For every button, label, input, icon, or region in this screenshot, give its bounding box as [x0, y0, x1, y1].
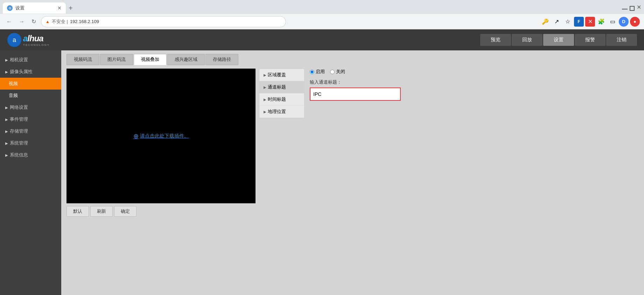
settings-content: 启用 关闭 输入通道标题： — [310, 69, 401, 118]
location-arrow: ▶ — [264, 110, 266, 114]
network-arrow: ▶ — [5, 106, 8, 110]
bookmark-icon[interactable]: ☆ — [563, 17, 573, 27]
extension-blue-icon[interactable]: F — [574, 17, 584, 27]
tab-bar: ⚙ 设置 ✕ + ✕ — [0, 0, 644, 14]
browser-toolbar: ← → ↻ ▲ 不安全 | 192.168.2.109 🔑 ↗ ☆ F ✕ 🧩 … — [0, 14, 644, 29]
plugin-download-link[interactable]: ⊕ 请点击此处下载插件。 — [133, 132, 189, 140]
menu-and-content: ▶ 区域覆盖 ▶ 通道标题 ▶ 时间标题 — [259, 69, 401, 118]
sidebar: ▶ 相机设置 ▶ 摄像头属性 视频 音频 ▶ 网络设置 ▶ 事件管理 ▶ — [0, 50, 61, 295]
settings-menu: ▶ 区域覆盖 ▶ 通道标题 ▶ 时间标题 — [259, 69, 304, 118]
menu-item-coverage[interactable]: ▶ 区域覆盖 — [259, 69, 304, 81]
app-logo: a alhua TECHNOLOGY — [7, 33, 50, 47]
logo-name: alhua — [23, 34, 50, 43]
sub-tab-imgstream[interactable]: 图片码流 — [100, 54, 133, 65]
panel-content: ⊕ 请点击此处下载插件。 默认 刷新 确定 — [66, 69, 639, 217]
sub-tab-storagepath[interactable]: 存储路径 — [205, 54, 238, 65]
channel-title-input[interactable] — [310, 87, 401, 101]
url-text[interactable]: 192.168.2.109 — [70, 19, 281, 24]
extension-red-icon[interactable]: ✕ — [585, 17, 595, 27]
logo-icon: a — [7, 33, 22, 47]
sidebar-section-sysinfo[interactable]: ▶ 系统信息 — [0, 149, 61, 161]
enable-radio[interactable] — [310, 70, 314, 74]
close-window-button[interactable]: ✕ — [637, 4, 641, 11]
storage-arrow: ▶ — [5, 129, 8, 133]
enable-radio-item[interactable]: 启用 — [310, 69, 325, 75]
active-tab[interactable]: ⚙ 设置 ✕ — [3, 2, 66, 14]
enable-row: 启用 关闭 — [310, 69, 401, 75]
disable-label: 关闭 — [336, 69, 345, 75]
sub-tab-videostream[interactable]: 视频码流 — [66, 54, 99, 65]
refresh-button[interactable]: 刷新 — [90, 206, 113, 217]
right-settings-panel: ▶ 区域覆盖 ▶ 通道标题 ▶ 时间标题 — [259, 69, 401, 217]
tab-favicon: ⚙ — [7, 5, 13, 11]
sidebar-item-audio[interactable]: 音频 — [0, 90, 61, 101]
enable-disable-group: 启用 关闭 — [310, 69, 345, 75]
event-arrow: ▶ — [5, 118, 8, 121]
minimize-button[interactable] — [622, 9, 628, 9]
sidebar-item-video[interactable]: 视频 — [0, 78, 61, 90]
video-player[interactable]: ⊕ 请点击此处下载插件。 — [66, 69, 255, 203]
refresh-button[interactable]: ↻ — [29, 17, 38, 26]
disable-radio[interactable] — [330, 70, 335, 74]
puzzle-icon[interactable]: 🧩 — [596, 17, 606, 27]
cast-icon[interactable]: ▭ — [608, 17, 617, 27]
sidebar-section-attrs-arrow: ▶ — [5, 70, 8, 74]
confirm-button[interactable]: 确定 — [114, 206, 136, 217]
forward-button[interactable]: → — [17, 17, 27, 26]
sidebar-section-event[interactable]: ▶ 事件管理 — [0, 113, 61, 125]
time-arrow: ▶ — [264, 98, 266, 101]
nav-logout[interactable]: 注销 — [606, 34, 637, 46]
browser-chrome: ⚙ 设置 ✕ + ✕ ← → ↻ ▲ 不安全 | 192.168.2.109 🔑… — [0, 0, 644, 29]
sidebar-section-camera-attrs[interactable]: ▶ 摄像头属性 — [0, 66, 61, 78]
menu-item-channel-title[interactable]: ▶ 通道标题 — [259, 81, 304, 93]
sidebar-section-camera[interactable]: ▶ 相机设置 — [0, 54, 61, 66]
sub-tabs: 视频码流 图片码流 视频叠加 感兴趣区域 存储路径 — [66, 54, 639, 65]
system-arrow: ▶ — [5, 141, 8, 145]
content-area: ▶ 相机设置 ▶ 摄像头属性 视频 音频 ▶ 网络设置 ▶ 事件管理 ▶ — [0, 50, 644, 295]
tab-close-button[interactable]: ✕ — [57, 5, 62, 11]
app-header: a alhua TECHNOLOGY 预览 回放 设置 报警 注销 — [0, 29, 644, 50]
user-circle[interactable]: ● — [630, 17, 640, 27]
video-controls: 默认 刷新 确定 — [66, 206, 255, 217]
app-container: a alhua TECHNOLOGY 预览 回放 设置 报警 注销 ▶ — [0, 29, 644, 295]
sub-tab-videooverlay[interactable]: 视频叠加 — [134, 54, 167, 65]
disable-radio-item[interactable]: 关闭 — [330, 69, 345, 75]
nav-alarm[interactable]: 报警 — [575, 34, 606, 46]
menu-item-location[interactable]: ▶ 地理位置 — [259, 106, 304, 118]
sub-tab-roi[interactable]: 感兴趣区域 — [167, 54, 205, 65]
svg-text:a: a — [13, 36, 16, 43]
security-warning-icon: ▲ — [46, 19, 50, 24]
tab-title: 设置 — [15, 5, 24, 11]
nav-settings[interactable]: 设置 — [543, 34, 574, 46]
channel-arrow: ▶ — [264, 85, 266, 89]
address-bar[interactable]: ▲ 不安全 | 192.168.2.109 — [41, 16, 286, 27]
menu-item-time-title[interactable]: ▶ 时间标题 — [259, 93, 304, 106]
restore-button[interactable] — [630, 6, 635, 11]
main-panel: 视频码流 图片码流 视频叠加 感兴趣区域 存储路径 ⊕ 请点击此处下载插件。 — [61, 50, 644, 295]
toolbar-icons: 🔑 ↗ ☆ F ✕ 🧩 ▭ D ● — [540, 17, 640, 27]
video-section: ⊕ 请点击此处下载插件。 默认 刷新 确定 — [66, 69, 255, 217]
main-nav: 预览 回放 设置 报警 注销 — [480, 34, 637, 46]
sidebar-section-network[interactable]: ▶ 网络设置 — [0, 101, 61, 113]
nav-playback[interactable]: 回放 — [512, 34, 542, 46]
user-avatar[interactable]: D — [619, 17, 629, 27]
sidebar-section-camera-arrow: ▶ — [5, 58, 8, 62]
share-icon[interactable]: ↗ — [552, 17, 561, 27]
sidebar-section-storage[interactable]: ▶ 存储管理 — [0, 125, 61, 137]
channel-input-section: 输入通道标题： — [310, 79, 401, 101]
new-tab-button[interactable]: + — [66, 4, 76, 12]
key-icon[interactable]: 🔑 — [540, 17, 550, 27]
back-button[interactable]: ← — [4, 17, 14, 26]
enable-label: 启用 — [316, 69, 325, 75]
logo-subtitle: TECHNOLOGY — [23, 43, 50, 47]
nav-preview[interactable]: 预览 — [480, 34, 511, 46]
sysinfo-arrow: ▶ — [5, 153, 8, 157]
input-label: 输入通道标题： — [310, 79, 401, 85]
sidebar-section-system[interactable]: ▶ 系统管理 — [0, 137, 61, 149]
default-button[interactable]: 默认 — [66, 206, 89, 217]
security-warning-text: 不安全 | — [52, 19, 68, 25]
coverage-arrow: ▶ — [264, 73, 266, 77]
